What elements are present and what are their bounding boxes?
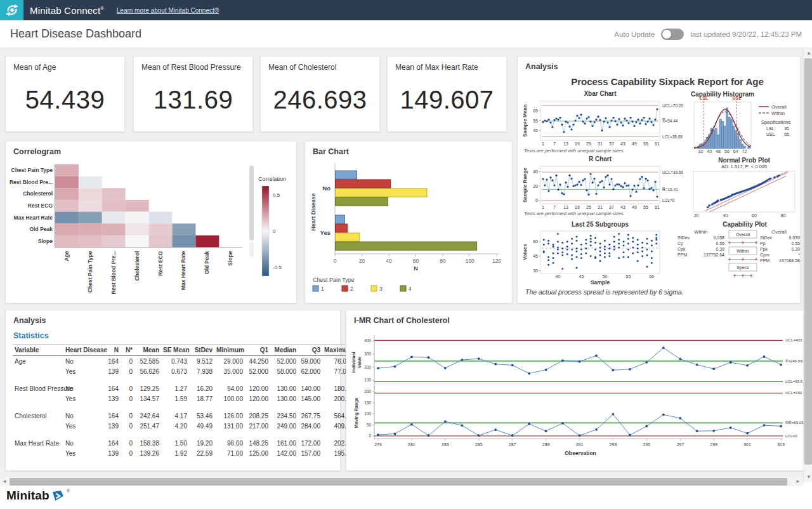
svg-text:0: 0 <box>369 433 371 438</box>
table-cell: 16.20 <box>189 383 214 393</box>
svg-text:40: 40 <box>533 169 538 174</box>
vertical-scroll-thumb[interactable] <box>804 58 812 465</box>
svg-text:0: 0 <box>535 198 538 202</box>
horizontal-scrollbar[interactable]: ◄ ► <box>0 477 803 486</box>
svg-text:0: 0 <box>334 258 337 264</box>
table-header-row: VariableHeart DiseaseNN*MeanSE MeanStDev… <box>13 345 355 356</box>
spacer-cell <box>13 376 355 383</box>
table-cell: 234.50 <box>270 411 298 421</box>
svg-text:N: N <box>414 265 418 272</box>
statistics-analysis-panel: Analysis Statistics VariableHeart Diseas… <box>5 310 341 471</box>
scroll-up-arrow[interactable]: ▲ <box>806 51 811 56</box>
spacer-cell <box>13 404 355 411</box>
scroll-right-arrow[interactable]: ► <box>796 479 801 484</box>
imr-chart-panel: I-MR Chart of Cholesterol 100200300400UC… <box>346 310 807 471</box>
svg-text:Rest Blood Pre...: Rest Blood Pre... <box>10 179 53 185</box>
svg-text:48: 48 <box>716 149 721 154</box>
table-cell: 139 <box>104 366 121 376</box>
svg-text:55: 55 <box>643 205 648 209</box>
correlogram-scrollbar-thumb[interactable] <box>249 166 254 241</box>
table-cell: 267.75 <box>298 411 322 421</box>
svg-text:301: 301 <box>743 442 751 447</box>
imr-chart: 100200300400UCL=403.766X̅=246.693LCL=89.… <box>346 326 808 470</box>
auto-update-toggle[interactable] <box>661 29 684 40</box>
column-header: Variable <box>13 345 63 356</box>
vertical-scrollbar[interactable]: ▲ ▼ <box>803 48 812 482</box>
heart-disease-bar-chart: 020406080100120NoYesNHeart DiseaseChest … <box>305 157 513 303</box>
table-cell: No <box>63 438 104 448</box>
svg-text:281: 281 <box>408 442 416 447</box>
svg-text:32: 32 <box>698 149 703 154</box>
svg-text:19: 19 <box>575 205 580 209</box>
column-header: Mean <box>134 345 161 356</box>
svg-text:USL: USL <box>733 96 742 100</box>
registered-mark: ® <box>100 6 103 11</box>
spacer-row <box>13 376 355 383</box>
svg-text:Value: Value <box>357 357 362 368</box>
svg-text:Cp: Cp <box>678 241 683 246</box>
column-header: StDev <box>189 345 214 356</box>
svg-text:0: 0 <box>273 228 276 234</box>
svg-text:45: 45 <box>533 254 538 258</box>
svg-text:Correlation: Correlation <box>258 176 286 182</box>
table-cell: Yes <box>63 393 104 404</box>
bar-chart-panel: Bar Chart 020406080100120NoYesNHeart Dis… <box>304 141 513 303</box>
table-cell: 96.00 <box>214 438 245 448</box>
auto-update-label: Auto Update <box>614 30 655 38</box>
horizontal-scroll-thumb[interactable] <box>10 478 787 486</box>
svg-text:283: 283 <box>442 442 449 447</box>
table-cell <box>13 448 63 458</box>
kpi-value: 149.607 <box>388 86 506 114</box>
scroll-down-arrow[interactable]: ▼ <box>806 475 811 480</box>
table-cell: No <box>63 411 104 421</box>
svg-text:20: 20 <box>533 184 538 188</box>
svg-text:0.5: 0.5 <box>273 192 280 198</box>
svg-text:Normal Prob Plot: Normal Prob Plot <box>718 157 770 164</box>
table-cell: 120.00 <box>245 383 270 393</box>
table-cell: 164 <box>104 356 121 367</box>
svg-text:Old Peak: Old Peak <box>204 251 210 274</box>
svg-text:LCL=38.68: LCL=38.68 <box>662 135 683 139</box>
svg-text:LSL: LSL <box>700 96 709 100</box>
table-row: Yes1390139.261.9222.5971.00125.00142.001… <box>13 448 355 458</box>
svg-text:80: 80 <box>781 213 786 218</box>
kpi-value: 246.693 <box>261 86 379 114</box>
svg-text:19: 19 <box>575 142 580 146</box>
minitab-connect-logo <box>0 0 23 20</box>
svg-text:50: 50 <box>603 274 608 279</box>
svg-text:3: 3 <box>379 286 383 292</box>
svg-text:Sample Range: Sample Range <box>522 167 528 202</box>
svg-text:Within: Within <box>695 229 708 235</box>
svg-text:Cpm: Cpm <box>760 253 769 258</box>
sync-gear-icon <box>5 3 19 17</box>
table-row: Rest Blood PressureNo1640129.251.2716.20… <box>13 383 355 393</box>
table-cell: 139 <box>104 393 121 404</box>
table-cell: 0.743 <box>161 356 189 367</box>
svg-text:45: 45 <box>579 274 584 279</box>
svg-text:Rest ECG: Rest ECG <box>157 251 164 276</box>
table-cell: 164 <box>104 383 121 393</box>
table-cell: 35.000 <box>214 366 245 376</box>
svg-text:55: 55 <box>626 274 631 279</box>
svg-text:300: 300 <box>364 352 371 356</box>
svg-text:StDev: StDev <box>760 235 773 240</box>
learn-more-link[interactable]: Learn more about Minitab Connect® <box>117 7 219 14</box>
svg-text:Chest Pain Type: Chest Pain Type <box>87 251 93 293</box>
table-cell: 164 <box>104 411 121 421</box>
column-header: N* <box>121 345 134 356</box>
svg-text:Heart Disease: Heart Disease <box>310 193 317 231</box>
minitab-footer-logo: Minitab ® <box>6 489 70 503</box>
table-cell: 4.17 <box>161 411 189 421</box>
svg-text:100: 100 <box>465 258 474 264</box>
svg-text:Process Capability Sixpack Rep: Process Capability Sixpack Report for Ag… <box>571 76 764 87</box>
svg-text:100: 100 <box>364 378 371 382</box>
svg-text:PPM: PPM <box>678 253 687 257</box>
table-cell: 125.00 <box>245 448 270 458</box>
svg-text:The actual process spread is r: The actual process spread is represented… <box>525 288 684 296</box>
svg-text:R Chart: R Chart <box>589 155 612 162</box>
scroll-left-arrow[interactable]: ◄ <box>2 479 7 484</box>
svg-text:Chest Pain Type: Chest Pain Type <box>11 167 53 173</box>
column-header: Median <box>270 345 298 356</box>
table-cell: 131.00 <box>214 421 245 431</box>
table-cell: 164 <box>104 438 121 448</box>
